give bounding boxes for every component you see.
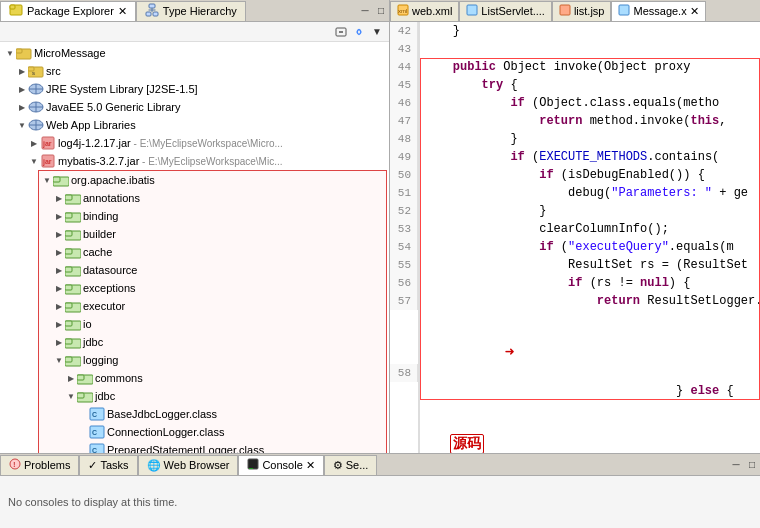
svg-rect-50 (77, 375, 84, 380)
svg-text:xml: xml (398, 8, 407, 14)
io-package-icon (65, 316, 81, 332)
tab-web-browser[interactable]: 🌐 Web Browser (138, 455, 239, 475)
tree-item-exceptions[interactable]: ▶ exceptions (39, 279, 386, 297)
arrow-io: ▶ (53, 318, 65, 330)
arrow-basejdbc (77, 408, 89, 420)
svg-text:C: C (92, 429, 97, 436)
tab-listservlet[interactable]: ListServlet.... (459, 1, 552, 21)
tab-servers[interactable]: ⚙ Se... (324, 455, 378, 475)
code-editor[interactable]: 42 } 43 44 public Object invoke(Object p… (390, 22, 760, 453)
tree-item-webapp-libs[interactable]: ▼ Web App Libraries (0, 116, 389, 134)
close-console[interactable]: ✕ (306, 459, 315, 472)
svg-text:s: s (32, 70, 35, 76)
jdbc-sub-package-icon (77, 388, 93, 404)
tab-listservlet-label: ListServlet.... (481, 5, 545, 17)
code-line-54: 54 if ("executeQuery".equals(m (390, 238, 760, 256)
code-line-47: 47 return method.invoke(this, (390, 112, 760, 130)
datasource-package-icon (65, 262, 81, 278)
maximize-bottom-btn[interactable]: □ (744, 457, 760, 473)
log4j-jar-icon: jar (40, 135, 56, 151)
tree-item-log4j[interactable]: ▶ jar log4j-1.2.17.jar - E:\MyEclipseWor… (0, 134, 389, 152)
label-io: io (83, 318, 92, 330)
svg-rect-2 (149, 4, 155, 8)
tree-item-org-apache[interactable]: ▼ org.apache.ibatis (39, 171, 386, 189)
svg-rect-40 (65, 285, 72, 290)
cache-package-icon (65, 244, 81, 260)
label-log4j: log4j-1.2.17.jar - E:\MyEclipseWorkspace… (58, 137, 283, 149)
minimize-btn[interactable]: ─ (357, 3, 373, 19)
servers-icon: ⚙ (333, 459, 343, 472)
label-javaee: JavaEE 5.0 Generic Library (46, 101, 181, 113)
arrow-log4j: ▶ (28, 137, 40, 149)
tree-item-builder[interactable]: ▶ builder (39, 225, 386, 243)
minimize-bottom-btn[interactable]: ─ (728, 457, 744, 473)
jre-library-icon (28, 81, 44, 97)
tab-tasks[interactable]: ✓ Tasks (79, 455, 137, 475)
bottom-tab-bar: ! Problems ✓ Tasks 🌐 Web Browser _ Conso… (0, 454, 760, 476)
svg-rect-64 (560, 5, 570, 15)
close-package-explorer[interactable]: ✕ (118, 5, 127, 18)
svg-rect-36 (65, 249, 72, 254)
tab-list-jsp[interactable]: list.jsp (552, 1, 612, 21)
label-preparedstatement: PreparedStatementLogger.class (107, 444, 264, 453)
tab-package-explorer[interactable]: Package Explorer ✕ (0, 1, 136, 21)
tree-item-cache[interactable]: ▶ cache (39, 243, 386, 261)
tree-item-jdbc[interactable]: ▶ jdbc (39, 333, 386, 351)
basejdbc-class-icon: C (89, 406, 105, 422)
tree-item-binding[interactable]: ▶ binding (39, 207, 386, 225)
arrow-javaee: ▶ (16, 101, 28, 113)
label-datasource: datasource (83, 264, 137, 276)
tab-type-hierarchy[interactable]: Type Hierarchy (136, 1, 246, 21)
tab-web-xml[interactable]: xml web.xml (390, 1, 459, 21)
tree-item-javaee[interactable]: ▶ JavaEE 5.0 Generic Library (0, 98, 389, 116)
tree-item-preparedstatement[interactable]: C PreparedStatementLogger.class (39, 441, 386, 453)
tree-item-executor[interactable]: ▶ executor (39, 297, 386, 315)
panel-tab-bar: Package Explorer ✕ Type Hierarchy ─ □ (0, 0, 389, 22)
tree-item-datasource[interactable]: ▶ datasource (39, 261, 386, 279)
tree-item-io[interactable]: ▶ io (39, 315, 386, 333)
tree-item-micromessage[interactable]: ▼ MicroMessage (0, 44, 389, 62)
tab-web-browser-label: Web Browser (164, 459, 230, 471)
arrow-org-apache: ▼ (41, 174, 53, 186)
tab-list-jsp-label: list.jsp (574, 5, 605, 17)
label-exceptions: exceptions (83, 282, 136, 294)
tree-item-jdbc-sub[interactable]: ▼ jdbc (39, 387, 386, 405)
tree-item-basejdbclogger[interactable]: C BaseJdbcLogger.class (39, 405, 386, 423)
code-line-46: 46 if (Object.class.equals(metho (390, 94, 760, 112)
tab-console-label: Console (262, 459, 302, 471)
collapse-all-btn[interactable] (333, 24, 349, 40)
tree-item-commons[interactable]: ▶ commons (39, 369, 386, 387)
code-line-49: 49 if (EXECUTE_METHODS.contains( (390, 148, 760, 166)
org-apache-package-icon (53, 172, 69, 188)
tree-item-annotations[interactable]: ▶ annotations (39, 189, 386, 207)
tree-item-connectionlogger[interactable]: C ConnectionLogger.class (39, 423, 386, 441)
svg-text:jar: jar (42, 158, 52, 166)
menu-btn[interactable]: ▼ (369, 24, 385, 40)
arrow-datasource: ▶ (53, 264, 65, 276)
tab-message-x[interactable]: Message.x ✕ (611, 1, 705, 21)
svg-text:_: _ (248, 461, 253, 469)
connectionlogger-class-icon: C (89, 424, 105, 440)
svg-rect-32 (65, 213, 72, 218)
code-line-42: 42 } (390, 22, 760, 40)
arrow-webapp: ▼ (16, 119, 28, 131)
svg-rect-42 (65, 303, 72, 308)
tree-item-src[interactable]: ▶ s src (0, 62, 389, 80)
arrow-binding: ▶ (53, 210, 65, 222)
arrow-micromessage: ▼ (4, 47, 16, 59)
tree-item-mybatis[interactable]: ▼ jar mybatis-3.2.7.jar - E:\MyEclipseWo… (0, 152, 389, 170)
close-message-x[interactable]: ✕ (690, 5, 699, 18)
arrow-jdbc-sub: ▼ (65, 390, 77, 402)
code-line-43: 43 (390, 40, 760, 58)
logging-package-icon (65, 352, 81, 368)
arrow-annotations: ▶ (53, 192, 65, 204)
maximize-btn[interactable]: □ (373, 3, 389, 19)
code-line-53: 53 clearColumnInfo(); (390, 220, 760, 238)
link-btn[interactable] (351, 24, 367, 40)
tree-item-logging[interactable]: ▼ logging (39, 351, 386, 369)
tree-item-jre[interactable]: ▶ JRE System Library [J2SE-1.5] (0, 80, 389, 98)
tab-console[interactable]: _ Console ✕ (238, 455, 323, 475)
label-cache: cache (83, 246, 112, 258)
svg-rect-30 (65, 195, 72, 200)
tab-problems[interactable]: ! Problems (0, 455, 79, 475)
